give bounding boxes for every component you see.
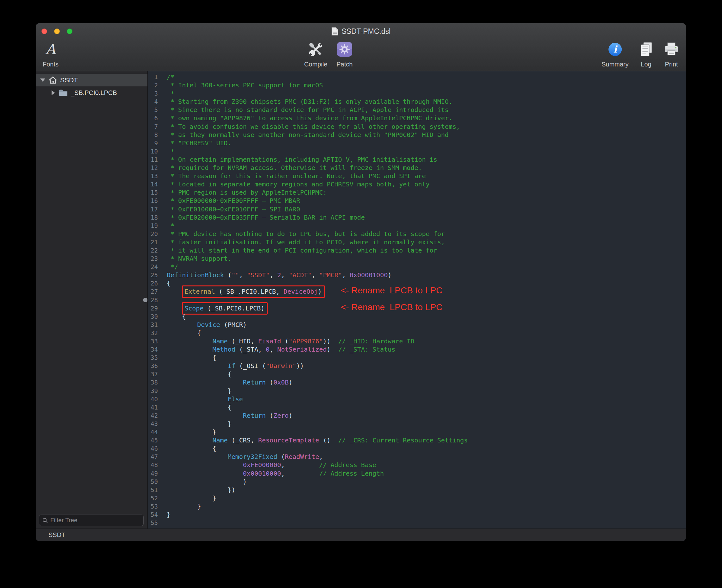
- code-line[interactable]: {: [162, 403, 686, 412]
- line-number: 52: [148, 494, 158, 502]
- code-line[interactable]: * On certain implementations, including …: [162, 155, 686, 164]
- code-line[interactable]: }: [162, 494, 686, 502]
- app-window: SSDT-PMC.dsl A Fonts: [36, 23, 686, 541]
- code-line[interactable]: {: [162, 370, 686, 378]
- code-line[interactable]: Device (PMCR): [162, 320, 686, 329]
- code-line[interactable]: *: [162, 222, 686, 230]
- code-line[interactable]: }: [162, 502, 686, 510]
- line-number: 44: [148, 428, 158, 436]
- code-line[interactable]: Scope (_SB.PCI0.LPCB)<- Rename LPCB to L…: [162, 304, 686, 312]
- tree-item-ssdt[interactable]: SSDT: [36, 74, 147, 86]
- code-line[interactable]: 0x00010000, // Address Length: [162, 469, 686, 478]
- line-number: 9: [148, 139, 158, 147]
- code-line[interactable]: * required for NVRAM access. Otherwise i…: [162, 164, 686, 172]
- code-line[interactable]: Return (0x0B): [162, 378, 686, 386]
- code-line[interactable]: External (_SB_.PCI0.LPCB, DeviceObj)<- R…: [162, 287, 686, 296]
- line-number: 33: [148, 337, 158, 345]
- code-line[interactable]: * Intel 300-series PMC support for macOS: [162, 81, 686, 89]
- close-button[interactable]: [41, 28, 47, 34]
- code-line[interactable]: * 0xFE020000~0xFE035FFF — SerialIo BAR i…: [162, 213, 686, 222]
- code-line[interactable]: Return (Zero): [162, 412, 686, 420]
- patch-button[interactable]: Patch: [335, 40, 354, 68]
- code-line[interactable]: Name (_HID, EisaId ("APP9876")) // _HID:…: [162, 337, 686, 345]
- line-number: 50: [148, 478, 158, 486]
- line-number: 8: [148, 131, 158, 139]
- code-line[interactable]: {: [162, 312, 686, 320]
- line-number: 23: [148, 254, 158, 263]
- print-button[interactable]: Print: [663, 40, 679, 68]
- code-line[interactable]: * NVRAM support.: [162, 254, 686, 263]
- line-number: 20: [148, 230, 158, 238]
- zoom-button[interactable]: [67, 28, 72, 34]
- disclosure-right-icon[interactable]: [51, 90, 55, 95]
- code-line[interactable]: * own naming "APP9876" to access this de…: [162, 114, 686, 122]
- code-line[interactable]: * 0xFE000000~0xFE00FFFF — PMC MBAR: [162, 196, 686, 205]
- log-icon: [638, 41, 654, 57]
- compile-button[interactable]: Compile: [304, 40, 327, 68]
- code-line[interactable]: {: [162, 329, 686, 337]
- code-line[interactable]: Memory32Fixed (ReadWrite,: [162, 453, 686, 461]
- sidebar-tree: SSDT _SB.PCI0.LPCB: [36, 71, 148, 528]
- line-number: 1: [148, 73, 158, 81]
- line-number: 21: [148, 238, 158, 246]
- code-line[interactable]: If (_OSI ("Darwin")): [162, 362, 686, 370]
- code-editor[interactable]: 1234567891011121314151617181920212223242…: [148, 71, 686, 528]
- code-line[interactable]: Method (_STA, 0, NotSerialized) // _STA:…: [162, 345, 686, 354]
- code-line[interactable]: }: [162, 420, 686, 428]
- code-line[interactable]: */: [162, 263, 686, 271]
- home-icon: [48, 76, 57, 84]
- log-button[interactable]: Log: [638, 40, 654, 68]
- code-line[interactable]: ): [162, 478, 686, 486]
- code-line[interactable]: }: [162, 428, 686, 436]
- document-icon: [331, 27, 339, 36]
- line-number: 13: [148, 172, 158, 180]
- code-line[interactable]: {: [162, 444, 686, 453]
- minimize-button[interactable]: [54, 28, 60, 34]
- compile-label: Compile: [304, 61, 327, 68]
- disclosure-down-icon[interactable]: [40, 79, 45, 82]
- fonts-button[interactable]: A Fonts: [43, 40, 59, 68]
- line-number: 51: [148, 486, 158, 494]
- code-line[interactable]: }): [162, 486, 686, 494]
- print-icon: [663, 42, 679, 57]
- line-number: 53: [148, 502, 158, 510]
- code-line[interactable]: *: [162, 147, 686, 155]
- code-line[interactable]: * as they normally use another non-stand…: [162, 131, 686, 139]
- code-line[interactable]: * Since there is no standard device for …: [162, 106, 686, 114]
- line-number: 48: [148, 461, 158, 469]
- code-line[interactable]: 0xFE000000, // Address Base: [162, 461, 686, 469]
- code-line[interactable]: * located in separate memory regions and…: [162, 180, 686, 188]
- code-line[interactable]: }: [162, 387, 686, 395]
- code-area[interactable]: /* * Intel 300-series PMC support for ma…: [162, 73, 686, 528]
- line-number: 3: [148, 89, 158, 98]
- code-line[interactable]: * faster initialisation. If we add it to…: [162, 238, 686, 246]
- filter-input[interactable]: [50, 517, 141, 524]
- code-line[interactable]: * it will start in the end of PCI config…: [162, 246, 686, 254]
- compile-icon: [306, 41, 325, 58]
- code-line[interactable]: [162, 519, 686, 527]
- line-number: 40: [148, 395, 158, 403]
- tree-item-sb-pci0-lpcb[interactable]: _SB.PCI0.LPCB: [36, 86, 147, 99]
- code-line[interactable]: }: [162, 510, 686, 519]
- code-line[interactable]: Name (_CRS, ResourceTemplate () // _CRS:…: [162, 436, 686, 444]
- filter-tree-field[interactable]: [39, 514, 144, 526]
- code-line[interactable]: * Starting from Z390 chipsets PMC (D31:F…: [162, 98, 686, 106]
- code-line[interactable]: * PMC device has nothing to do to LPC bu…: [162, 230, 686, 238]
- code-line[interactable]: * The reason for this is rather unclear.…: [162, 172, 686, 180]
- code-line[interactable]: Else: [162, 395, 686, 403]
- code-line[interactable]: * "PCHRESV" UID.: [162, 139, 686, 147]
- code-line[interactable]: * 0xFE010000~0xFE010FFF — SPI BAR0: [162, 205, 686, 213]
- title-bar[interactable]: SSDT-PMC.dsl: [36, 23, 686, 40]
- summary-button[interactable]: i Summary: [601, 40, 629, 68]
- code-line[interactable]: {: [162, 354, 686, 362]
- fonts-label: Fonts: [43, 61, 59, 68]
- line-number: 17: [148, 205, 158, 213]
- traffic-lights: [41, 28, 72, 34]
- code-line[interactable]: * To avoid confusion we disable this dev…: [162, 123, 686, 131]
- code-line[interactable]: * PMC region is used by AppleIntelPCHPMC…: [162, 188, 686, 196]
- window-title-group: SSDT-PMC.dsl: [331, 27, 391, 36]
- code-line[interactable]: *: [162, 89, 686, 98]
- code-line[interactable]: DefinitionBlock ("", "SSDT", 2, "ACDT", …: [162, 271, 686, 279]
- print-label: Print: [665, 61, 678, 68]
- code-line[interactable]: /*: [162, 73, 686, 81]
